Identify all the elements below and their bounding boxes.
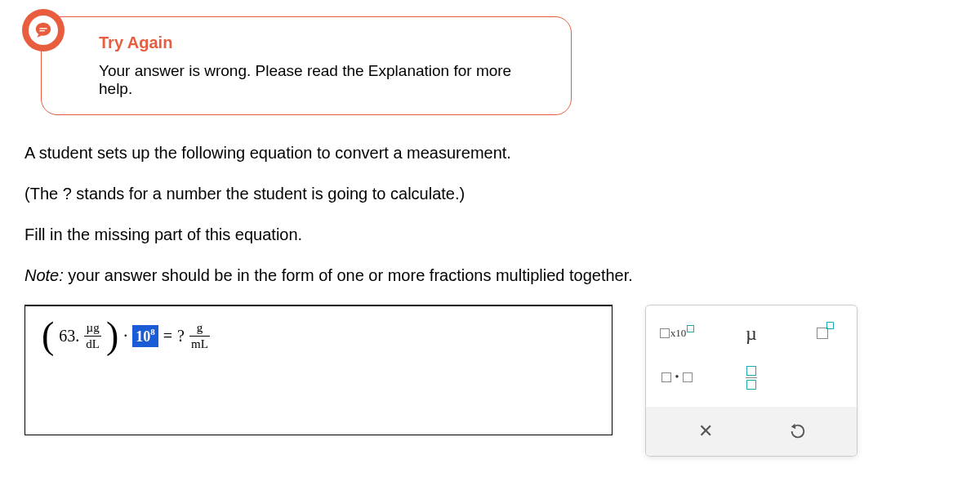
prompt-line-1: A student sets up the following equation… xyxy=(24,140,956,166)
mu-label: µ xyxy=(746,323,757,345)
feedback-message: Your answer is wrong. Please read the Ex… xyxy=(99,62,546,98)
unit-fraction-2: g mL xyxy=(189,321,210,350)
feedback-title: Try Again xyxy=(99,33,546,52)
feedback-icon xyxy=(22,9,65,51)
palette-spacer xyxy=(808,363,844,392)
note-label: Note: xyxy=(24,266,64,284)
coefficient: 63. xyxy=(59,327,79,346)
open-paren: ( xyxy=(42,321,54,351)
student-input[interactable]: 108 xyxy=(132,325,158,347)
svg-rect-1 xyxy=(39,30,44,31)
palette-x10-button[interactable]: x10 xyxy=(659,319,695,348)
base-box-icon xyxy=(817,328,828,339)
note-text: your answer should be in the form of one… xyxy=(64,266,633,284)
exponent-box-icon xyxy=(687,325,694,332)
close-paren: ) xyxy=(106,321,118,351)
input-exponent: 8 xyxy=(150,327,155,337)
undo-icon xyxy=(789,422,807,440)
palette-row-2: • xyxy=(659,359,844,395)
x10-label: x10 xyxy=(670,327,687,340)
prompt-note: Note: your answer should be in the form … xyxy=(24,262,956,288)
placeholder-box-icon xyxy=(683,372,693,382)
mult-dot: • xyxy=(675,371,679,384)
palette-reset-button[interactable] xyxy=(765,417,831,446)
prompt-line-3: Fill in the missing part of this equatio… xyxy=(24,221,956,247)
placeholder-box-icon xyxy=(662,372,671,382)
fraction-bar xyxy=(189,336,210,337)
palette-superscript-button[interactable] xyxy=(808,319,844,348)
unit-fraction-1: µg dL xyxy=(84,321,101,350)
palette-multiply-button[interactable]: • xyxy=(659,363,695,392)
sup-box-icon xyxy=(826,322,834,329)
feedback-box: Try Again Your answer is wrong. Please r… xyxy=(41,16,572,115)
math-palette: x10 µ • ✕ xyxy=(645,305,858,457)
unit2-den: mL xyxy=(189,337,210,351)
prompt-line-2: (The ? stands for a number the student i… xyxy=(24,181,956,207)
rhs-placeholder: ? xyxy=(177,327,185,346)
placeholder-box-icon xyxy=(660,328,670,338)
fraction-bar xyxy=(84,336,101,337)
fraction-icon xyxy=(746,366,757,390)
palette-bottom-row: ✕ xyxy=(646,407,857,456)
answer-box[interactable]: ( 63. µg dL ) · 108 = ? g mL xyxy=(24,305,612,435)
palette-fraction-button[interactable] xyxy=(733,363,769,392)
work-row: ( 63. µg dL ) · 108 = ? g mL xyxy=(24,305,956,457)
equation: ( 63. µg dL ) · 108 = ? g mL xyxy=(42,321,210,351)
close-icon: ✕ xyxy=(698,421,713,442)
unit1-num: µg xyxy=(85,321,101,335)
unit1-den: dL xyxy=(84,337,101,351)
unit2-num: g xyxy=(195,321,205,335)
chat-bubble-icon xyxy=(29,16,58,45)
palette-row-1: x10 µ xyxy=(659,315,844,351)
palette-clear-button[interactable]: ✕ xyxy=(673,417,738,446)
equals: = xyxy=(163,327,172,346)
input-base: 10 xyxy=(136,328,150,345)
palette-mu-button[interactable]: µ xyxy=(733,319,769,348)
multiply-dot: · xyxy=(123,327,127,346)
svg-rect-0 xyxy=(39,28,47,29)
